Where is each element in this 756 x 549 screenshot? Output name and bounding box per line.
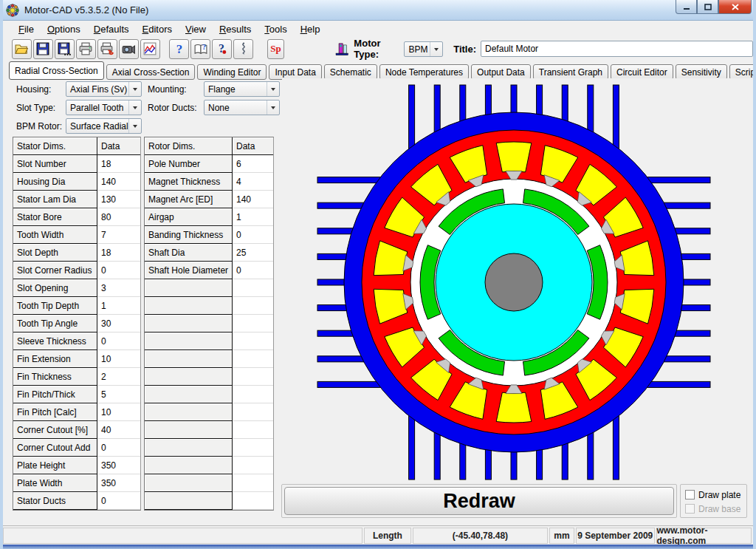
tab-schematic[interactable]: Schematic xyxy=(324,64,377,80)
help-button[interactable]: ? xyxy=(169,39,189,59)
save-as-button[interactable] xyxy=(55,39,75,59)
table-row xyxy=(145,474,273,492)
row-label xyxy=(145,368,233,386)
title-input[interactable] xyxy=(481,41,753,57)
menu-bar: FileOptionsDefaultsEditorsViewResultsToo… xyxy=(3,21,753,37)
tab-input-data[interactable]: Input Data xyxy=(269,64,321,80)
tab-axial-cross-section[interactable]: Axial Cross-Section xyxy=(106,64,196,80)
row-label: Fin Extension xyxy=(13,350,97,368)
cell-value[interactable]: 0 xyxy=(97,333,140,350)
tab-radial-cross-section[interactable]: Radial Cross-Section xyxy=(9,61,104,80)
capture-button[interactable] xyxy=(119,39,139,59)
open-file-button[interactable] xyxy=(12,39,32,59)
table-row: Slot Number18 xyxy=(13,155,140,173)
menu-editors[interactable]: Editors xyxy=(136,22,179,36)
cell-value[interactable]: 10 xyxy=(97,350,140,368)
row-label: Sleeve Thickness xyxy=(13,333,97,350)
cell-value[interactable]: 18 xyxy=(97,155,140,173)
row-label: Magnet Arc [ED] xyxy=(145,191,233,208)
graph-icon xyxy=(143,42,157,55)
help-icon: ? xyxy=(173,42,186,55)
bpm-rotor-select[interactable]: Surface Radial xyxy=(66,118,142,134)
about-help-button[interactable]: ? xyxy=(212,39,232,59)
table-row: Stator Bore80 xyxy=(13,208,140,226)
cell-value[interactable]: 25 xyxy=(233,244,273,262)
table-row: Housing Dia140 xyxy=(13,173,140,191)
motor-type-select[interactable]: BPM xyxy=(404,41,443,57)
status-coordinates: (-45.40,78.48) xyxy=(413,528,548,544)
stator-dims-table: Stator Dims.DataSlot Number18Housing Dia… xyxy=(13,137,141,511)
table-row xyxy=(145,386,273,403)
tab-sensitivity[interactable]: Sensitivity xyxy=(676,64,727,80)
open-file-icon xyxy=(15,42,28,55)
cell-value[interactable]: 5 xyxy=(97,386,140,403)
cell-value[interactable]: 0 xyxy=(97,492,140,510)
cell-value[interactable]: 0 xyxy=(97,262,140,279)
graph-button[interactable] xyxy=(140,39,160,59)
menu-results[interactable]: Results xyxy=(213,22,258,36)
sp-button[interactable]: Sp xyxy=(267,39,284,59)
table-row: Magnet Thickness4 xyxy=(145,173,273,191)
slot-type-select[interactable]: Parallel Tooth xyxy=(66,100,142,115)
cell-value[interactable]: 130 xyxy=(97,191,140,208)
cell-value[interactable]: 1 xyxy=(97,297,140,315)
save-button[interactable] xyxy=(33,39,53,59)
row-label: Slot Opening xyxy=(13,279,97,297)
tab-node-temperatures[interactable]: Node Temperatures xyxy=(379,64,469,80)
cell-value[interactable]: 0 xyxy=(97,439,140,457)
menu-file[interactable]: File xyxy=(12,22,41,36)
svg-text:?: ? xyxy=(202,43,205,51)
row-label: Tooth Tip Angle xyxy=(13,315,97,333)
cell-value[interactable]: 2 xyxy=(97,368,140,386)
print-button[interactable] xyxy=(76,39,96,59)
cell-value[interactable]: 10 xyxy=(97,403,140,421)
app-window: Motor-CAD v5.3.5.2 (No File) FileOptions… xyxy=(0,0,756,549)
tab-transient-graph[interactable]: Transient Graph xyxy=(533,64,608,80)
cell-value[interactable]: 1 xyxy=(233,208,273,226)
cell-value[interactable]: 6 xyxy=(233,155,273,173)
cell-value[interactable]: 7 xyxy=(97,226,140,244)
cell-value[interactable]: 140 xyxy=(97,173,140,191)
mounting-select[interactable]: Flange xyxy=(204,81,280,97)
minimize-button[interactable] xyxy=(676,0,697,14)
menu-defaults[interactable]: Defaults xyxy=(87,22,136,36)
cell-value xyxy=(233,279,273,297)
cell-value[interactable]: 350 xyxy=(97,457,140,474)
draw-base-label: Draw base xyxy=(698,504,740,514)
status-website: www.motor-design.com xyxy=(656,528,752,544)
menu-help[interactable]: Help xyxy=(294,22,327,36)
menu-options[interactable]: Options xyxy=(41,22,87,36)
rotor-ducts-select[interactable]: None xyxy=(204,100,280,115)
table-row: Shaft Dia25 xyxy=(145,244,273,262)
tab-winding-editor[interactable]: Winding Editor xyxy=(197,64,267,80)
cell-value[interactable]: 4 xyxy=(233,173,273,191)
cell-value[interactable]: 0 xyxy=(233,262,273,279)
row-label xyxy=(145,421,233,439)
motor-info-button[interactable] xyxy=(233,39,253,59)
tab-output-data[interactable]: Output Data xyxy=(471,64,531,80)
cell-value[interactable]: 18 xyxy=(97,244,140,262)
maximize-button[interactable] xyxy=(697,0,718,14)
cell-value[interactable]: 80 xyxy=(97,208,140,226)
chevron-down-icon xyxy=(128,82,141,96)
table-row: Tooth Width7 xyxy=(13,226,140,244)
redraw-button[interactable]: Redraw xyxy=(284,487,674,515)
cell-value xyxy=(233,421,273,439)
cell-value[interactable]: 140 xyxy=(233,191,273,208)
menu-tools[interactable]: Tools xyxy=(258,22,293,36)
tab-circuit-editor[interactable]: Circuit Editor xyxy=(611,64,673,80)
cell-value[interactable]: 3 xyxy=(97,279,140,297)
cell-value[interactable]: 40 xyxy=(97,421,140,439)
cell-value[interactable]: 350 xyxy=(97,474,140,492)
print-setup-button[interactable] xyxy=(97,39,117,59)
menu-view[interactable]: View xyxy=(179,22,213,36)
row-label: Tooth Width xyxy=(13,226,97,244)
close-button[interactable] xyxy=(718,0,752,14)
row-label: Shaft Hole Diameter xyxy=(145,262,233,279)
cell-value[interactable]: 0 xyxy=(233,226,273,244)
tab-scripting[interactable]: Scripting xyxy=(729,64,756,80)
draw-plate-checkbox[interactable] xyxy=(685,490,695,499)
manual-help-button[interactable]: ? xyxy=(190,39,210,59)
cell-value[interactable]: 30 xyxy=(97,315,140,333)
housing-select[interactable]: Axial Fins (Sv) xyxy=(66,81,142,97)
